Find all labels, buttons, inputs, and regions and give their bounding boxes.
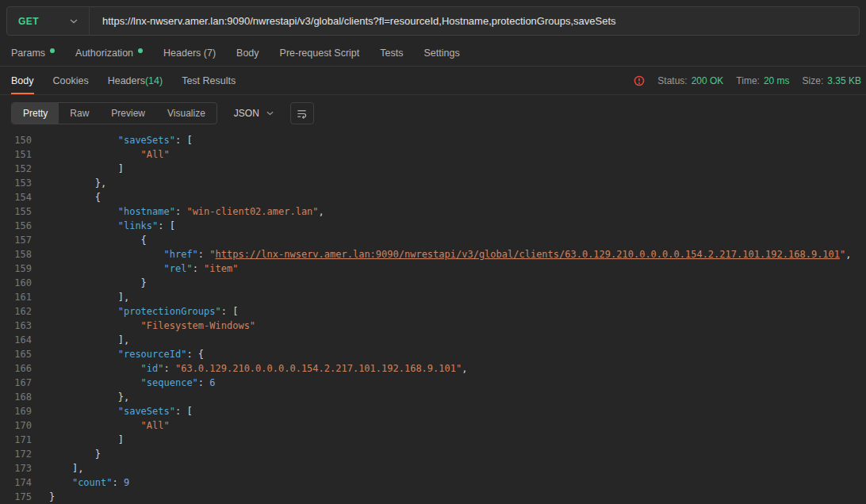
request-tab-authorization[interactable]: Authorization [75,48,143,59]
line-number: 161 [0,290,32,304]
method-label: GET [18,16,39,27]
response-tab-cookies[interactable]: Cookies [53,67,89,94]
language-label: JSON [234,108,259,119]
view-mode-pretty[interactable]: Pretty [12,103,59,124]
href-link[interactable]: https://lnx-nwserv.amer.lan:9090/nwresta… [216,249,840,260]
code-line: 160 } [0,276,866,290]
view-mode-switch: PrettyRawPreviewVisualize [11,102,217,124]
request-tabs: ParamsAuthorizationHeaders (7)BodyPre-re… [0,40,866,67]
code-line: 168 }, [0,390,866,404]
code-line-content: "sequence": 6 [32,376,216,390]
code-line-content: "count": 9 [32,475,129,490]
code-line: 169 "saveSets": [ [0,404,866,418]
line-number: 172 [0,447,32,461]
line-number: 155 [0,204,32,219]
tab-label: Params [11,48,45,59]
request-tab-settings[interactable]: Settings [423,48,459,59]
response-tabs: BodyCookiesHeaders (14)Test Results [11,67,236,94]
code-line-content: } [32,490,55,504]
green-dot-icon [50,48,55,53]
line-number: 171 [0,433,32,447]
code-line: 175} [0,490,866,504]
code-line: 165 "resourceId": { [0,347,866,361]
code-line-content: "links": [ [32,219,175,233]
line-number: 173 [0,461,32,475]
code-line-content: "rel": "item" [32,262,238,276]
code-line: 166 "id": "63.0.129.210.0.0.0.0.154.2.21… [0,361,866,376]
line-number: 169 [0,404,32,418]
line-number: 158 [0,247,32,262]
code-line-content: "id": "63.0.129.210.0.0.0.0.154.2.217.10… [32,361,467,376]
code-line: 156 "links": [ [0,219,866,233]
code-line-content: "href": "https://lnx-nwserv.amer.lan:909… [32,247,852,262]
response-tab-headers[interactable]: Headers (14) [108,67,163,94]
code-line: 154 { [0,190,866,204]
code-line-content: "saveSets": [ [32,133,193,147]
code-line: 174 "count": 9 [0,475,866,490]
tab-label: Body [236,48,259,59]
line-number: 151 [0,147,32,162]
wrap-lines-button[interactable] [290,102,314,124]
request-tab-body[interactable]: Body [236,48,259,59]
tab-label: Test Results [182,75,236,86]
line-number: 162 [0,304,32,319]
request-tab-tests[interactable]: Tests [380,48,403,59]
warning-icon[interactable] [634,75,645,86]
line-number: 166 [0,361,32,376]
view-mode-visualize[interactable]: Visualize [156,103,216,124]
code-line: 162 "protectionGroups": [ [0,304,866,319]
line-number: 150 [0,133,32,147]
size-label: Size: [803,75,824,86]
response-tab-test-results[interactable]: Test Results [182,67,236,94]
tab-label: Authorization [75,48,133,59]
line-number: 165 [0,347,32,361]
request-tab-headers-7[interactable]: Headers (7) [163,48,216,59]
line-number: 168 [0,390,32,404]
url-input[interactable]: https://lnx-nwserv.amer.lan:9090/nwresta… [90,15,859,27]
code-line: 150 "saveSets": [ [0,133,866,147]
line-number: 152 [0,162,32,176]
code-line-content: }, [32,390,129,404]
size-indicator: Size: 3.35 KB [803,75,861,86]
method-select[interactable]: GET [7,7,90,35]
wrap-lines-icon [296,108,308,120]
request-tab-params[interactable]: Params [11,48,55,59]
code-line-content: "saveSets": [ [32,404,193,418]
time-indicator: Time: 20 ms [736,75,789,86]
line-number: 167 [0,376,32,390]
language-select[interactable]: JSON [225,102,282,124]
code-line-content: "All" [32,418,170,433]
request-tab-pre-request-script[interactable]: Pre-request Script [280,48,360,59]
chevron-down-icon [266,111,274,116]
response-tab-body[interactable]: Body [11,67,34,94]
tab-label: Cookies [53,75,89,86]
line-number: 163 [0,319,32,333]
tab-label: Settings [423,48,459,59]
code-line-content: }, [32,176,106,190]
code-line: 152 ] [0,162,866,176]
line-number: 153 [0,176,32,190]
line-number: 160 [0,276,32,290]
response-meta: Status: 200 OK Time: 20 ms Size: 3.35 KB [634,67,861,94]
line-number: 175 [0,490,32,504]
code-line: 171 ] [0,433,866,447]
code-line: 158 "href": "https://lnx-nwserv.amer.lan… [0,247,866,262]
code-line: 163 "Filesystem-Windows" [0,319,866,333]
tab-label: Headers (7) [163,48,216,59]
code-line-content: } [32,276,147,290]
viewer-toolbar: PrettyRawPreviewVisualize JSON [0,95,866,132]
code-line-content: ], [32,290,129,304]
code-line: 167 "sequence": 6 [0,376,866,390]
view-mode-raw[interactable]: Raw [59,103,100,124]
code-line: 157 { [0,233,866,247]
request-url-bar: GET https://lnx-nwserv.amer.lan:9090/nwr… [6,6,860,36]
response-body-code[interactable]: 150 "saveSets": [151 "All"152 ]153 },154… [0,132,866,504]
code-line-content: ] [32,162,124,176]
view-mode-preview[interactable]: Preview [100,103,156,124]
code-line: 153 }, [0,176,866,190]
code-line-content: { [32,190,101,204]
chevron-down-icon [70,19,78,24]
line-number: 170 [0,418,32,433]
code-line-content: { [32,233,147,247]
code-line: 151 "All" [0,147,866,162]
